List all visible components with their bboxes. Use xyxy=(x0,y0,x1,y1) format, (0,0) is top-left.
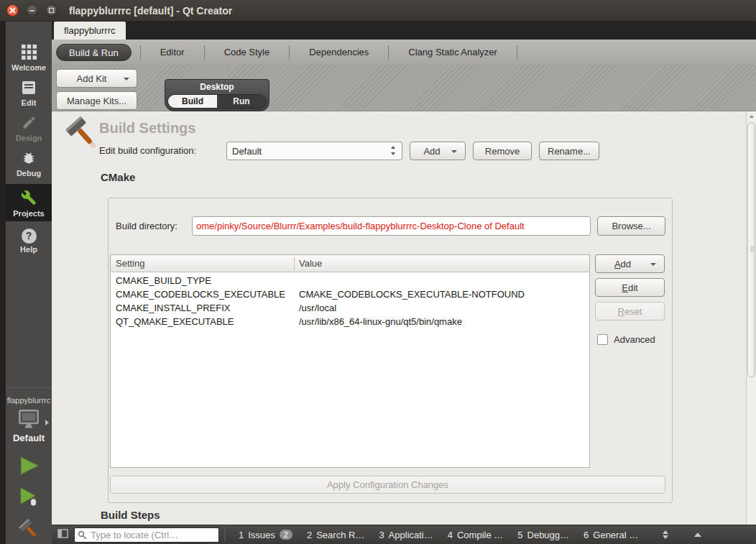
tab-separator xyxy=(517,45,517,60)
debug-bug-icon xyxy=(6,151,52,167)
add-kit-button[interactable]: Add Kit xyxy=(56,69,137,88)
sidebar-item-projects[interactable]: Projects xyxy=(6,184,52,221)
cmake-settings-table: Setting Value CMAKE_BUILD_TYPE CMAKE_COD… xyxy=(110,254,590,468)
locator-input[interactable] xyxy=(91,530,206,540)
output-pane-issues[interactable]: 1 Issues 2 xyxy=(231,525,300,544)
sidebar-item-welcome[interactable]: Welcome xyxy=(6,45,52,72)
target-selector[interactable]: Default xyxy=(6,410,52,443)
manage-kits-button[interactable]: Manage Kits... xyxy=(56,91,137,110)
column-separator xyxy=(294,257,295,270)
sidebar-edge xyxy=(0,22,6,544)
pane-label: General … xyxy=(593,530,638,540)
edit-document-icon xyxy=(6,80,52,97)
chevron-down-icon xyxy=(124,78,129,80)
apply-configuration-button[interactable]: Apply Configuration Changes xyxy=(110,476,665,494)
build-hammer-icon xyxy=(17,517,40,540)
tab-clang-static-analyzer[interactable]: Clang Static Analyzer xyxy=(389,47,517,57)
tab-dependencies[interactable]: Dependencies xyxy=(290,47,388,57)
browse-button[interactable]: Browse... xyxy=(597,216,665,236)
column-header-value[interactable]: Value xyxy=(299,258,322,269)
advanced-label: Advanced xyxy=(614,334,655,345)
sidebar-item-label: Debug xyxy=(6,169,52,178)
maximize-icon xyxy=(48,7,55,14)
settings-tab-bar: Build & Run Editor Code Style Dependenci… xyxy=(52,40,756,65)
locator-field[interactable] xyxy=(74,527,219,543)
close-button[interactable] xyxy=(6,4,19,17)
build-directory-input[interactable] xyxy=(192,216,591,236)
monitor-icon xyxy=(17,421,40,432)
scroll-up-arrow-icon[interactable] xyxy=(750,115,754,118)
setting-cell: QT_QMAKE_EXECUTABLE xyxy=(116,316,234,327)
remove-config-button[interactable]: Remove xyxy=(473,142,532,160)
scrollbar-thumb[interactable] xyxy=(747,122,755,377)
rename-config-label: Rename... xyxy=(548,146,591,157)
vertical-scrollbar[interactable] xyxy=(746,111,756,525)
value-cell: CMAKE_CODEBLOCKS_EXECUTABLE-NOTFOUND xyxy=(299,289,525,300)
spinner-arrows-icon xyxy=(391,146,395,155)
reset-setting-button[interactable]: Reset xyxy=(595,302,665,321)
kit-subtab-run[interactable]: Run xyxy=(217,95,266,108)
output-pane-general-messages[interactable]: 6 General … xyxy=(576,525,645,544)
build-config-combobox[interactable]: Default xyxy=(226,142,402,160)
edit-setting-button[interactable]: Edit xyxy=(595,278,665,297)
advanced-checkbox[interactable] xyxy=(597,334,608,345)
advanced-option: Advanced xyxy=(597,334,655,345)
tab-editor[interactable]: Editor xyxy=(141,47,204,57)
add-config-button[interactable]: Add xyxy=(410,142,466,160)
rename-config-button[interactable]: Rename... xyxy=(539,142,599,160)
manage-kits-label: Manage Kits... xyxy=(67,96,126,106)
maximize-button[interactable] xyxy=(45,4,57,17)
build-button[interactable] xyxy=(6,517,52,543)
apply-configuration-label: Apply Configuration Changes xyxy=(327,479,448,490)
debug-run-button[interactable] xyxy=(6,487,52,511)
setting-cell: CMAKE_INSTALL_PREFIX xyxy=(116,303,230,313)
sidebar-item-edit[interactable]: Edit xyxy=(6,80,52,107)
pane-label: Compile … xyxy=(457,530,503,540)
cmake-heading: CMake xyxy=(101,171,135,183)
add-kit-label: Add Kit xyxy=(77,73,107,84)
value-cell: /usr/lib/x86_64-linux-gnu/qt5/bin/qmake xyxy=(299,316,462,327)
scrollbar-grip-icon xyxy=(750,246,754,253)
build-directory-label: Build directory: xyxy=(116,221,178,231)
kit-subtab-build[interactable]: Build xyxy=(168,95,217,108)
add-setting-button[interactable]: Add xyxy=(595,254,665,273)
kit-selector-bar: Add Kit Manage Kits... Desktop Build Run xyxy=(52,65,756,111)
setting-cell: CMAKE_BUILD_TYPE xyxy=(116,275,211,286)
kit-desktop-panel[interactable]: Desktop Build Run xyxy=(165,79,269,111)
close-icon xyxy=(9,7,16,14)
bottom-status-bar: 1 Issues 2 2 Search R… 3 Applicati… 4 Co… xyxy=(52,525,756,544)
sidebar-item-label: Projects xyxy=(6,209,52,218)
sidebar-item-help[interactable]: ? Help xyxy=(6,229,52,254)
output-pane-search-results[interactable]: 2 Search R… xyxy=(300,525,372,544)
pane-index: 4 xyxy=(448,530,453,540)
sidebar-item-design: Design xyxy=(6,115,52,142)
page-title: Build Settings xyxy=(99,120,195,137)
sidebar-toggle-button[interactable] xyxy=(57,529,68,540)
up-arrow-icon xyxy=(663,530,668,534)
output-pane-compile-output[interactable]: 4 Compile … xyxy=(441,525,511,544)
table-row[interactable]: QT_QMAKE_EXECUTABLE /usr/lib/x86_64-linu… xyxy=(111,315,589,328)
run-icon xyxy=(18,456,40,476)
remove-config-label: Remove xyxy=(485,146,520,157)
table-row[interactable]: CMAKE_BUILD_TYPE xyxy=(111,274,589,287)
issues-count-badge: 2 xyxy=(280,530,292,540)
table-header: Setting Value xyxy=(111,255,589,272)
pane-index: 3 xyxy=(379,530,384,540)
tab-build-and-run[interactable]: Build & Run xyxy=(56,44,132,61)
column-header-setting[interactable]: Setting xyxy=(116,258,144,269)
build-settings-page: Build Settings Edit build configuration:… xyxy=(52,111,746,525)
window-controls xyxy=(6,4,57,17)
sidebar-item-debug[interactable]: Debug xyxy=(6,151,52,178)
table-row[interactable]: CMAKE_INSTALL_PREFIX /usr/local xyxy=(111,301,589,315)
table-row[interactable]: CMAKE_CODEBLOCKS_EXECUTABLE CMAKE_CODEBL… xyxy=(111,287,589,301)
tab-code-style[interactable]: Code Style xyxy=(205,47,290,57)
run-button[interactable] xyxy=(6,456,52,478)
output-pane-application-output[interactable]: 3 Applicati… xyxy=(372,525,440,544)
help-icon: ? xyxy=(22,229,37,244)
maximize-pane-button[interactable] xyxy=(694,533,701,537)
pane-cycle-button[interactable] xyxy=(663,530,668,539)
project-tab[interactable]: flappyblurrrc xyxy=(54,22,126,40)
minimize-icon xyxy=(29,7,35,14)
minimize-button[interactable] xyxy=(26,4,38,17)
output-pane-debugger[interactable]: 5 Debugg… xyxy=(510,525,576,544)
